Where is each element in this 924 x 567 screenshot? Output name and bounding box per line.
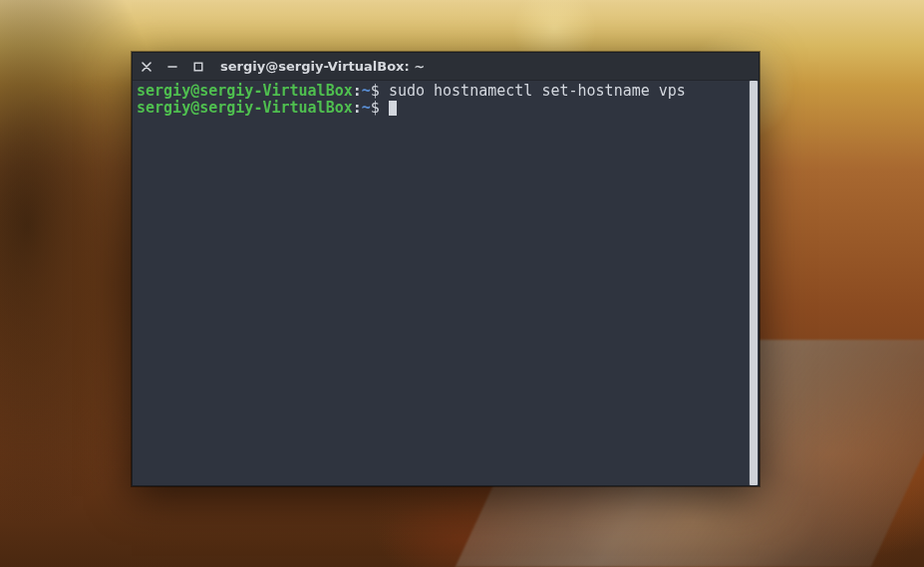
- titlebar[interactable]: sergiy@sergiy-VirtualBox: ~: [133, 53, 759, 81]
- prompt-colon: :: [353, 99, 362, 117]
- prompt-colon: :: [353, 82, 362, 100]
- minimize-icon[interactable]: [166, 61, 178, 73]
- terminal-body[interactable]: sergiy@sergiy-VirtualBox:~$ sudo hostnam…: [133, 81, 759, 485]
- terminal-line: sergiy@sergiy-VirtualBox:~$: [137, 100, 755, 117]
- prompt-user-host: sergiy@sergiy-VirtualBox: [137, 99, 353, 117]
- svg-rect-0: [194, 63, 202, 71]
- prompt-user-host: sergiy@sergiy-VirtualBox: [137, 82, 353, 100]
- maximize-icon[interactable]: [192, 61, 204, 73]
- window-title: sergiy@sergiy-VirtualBox: ~: [220, 59, 425, 74]
- command-text: sudo hostnamectl set-hostname vps: [389, 82, 686, 100]
- prompt-sigil: $: [371, 99, 389, 117]
- cursor: [389, 101, 397, 116]
- window-controls: [141, 61, 204, 73]
- prompt-sigil: $: [371, 82, 389, 100]
- prompt-path: ~: [362, 82, 371, 100]
- scrollbar-thumb[interactable]: [750, 81, 758, 485]
- scrollbar[interactable]: [749, 81, 759, 485]
- terminal-line: sergiy@sergiy-VirtualBox:~$ sudo hostnam…: [137, 83, 755, 100]
- prompt-path: ~: [362, 99, 371, 117]
- terminal-window[interactable]: sergiy@sergiy-VirtualBox: ~ sergiy@sergi…: [132, 52, 760, 486]
- close-icon[interactable]: [141, 61, 153, 73]
